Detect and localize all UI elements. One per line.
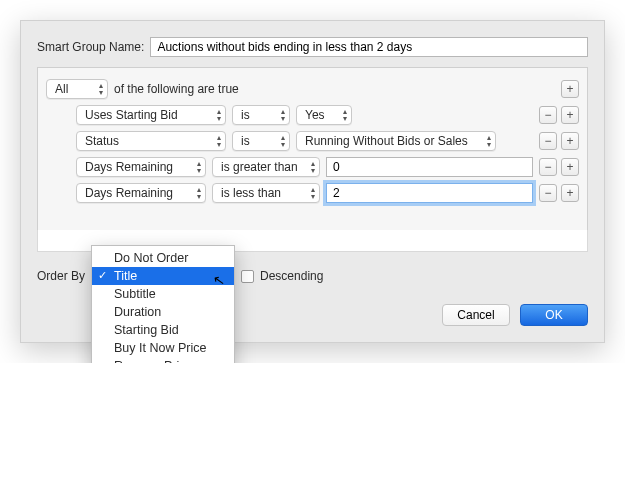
rule-op-select[interactable]: is less than▴▾: [212, 183, 320, 203]
descending-checkbox[interactable]: [241, 270, 254, 283]
chevron-updown-icon: ▴▾: [217, 108, 221, 122]
rule-row: Status▴▾is▴▾Running Without Bids or Sale…: [76, 128, 579, 154]
chevron-updown-icon: ▴▾: [281, 108, 285, 122]
order-option[interactable]: Do Not Order: [92, 249, 234, 267]
add-rule-button[interactable]: +: [561, 106, 579, 124]
smart-group-dialog: Smart Group Name: All ▴▾ of the followin…: [20, 20, 605, 343]
rule-op-select[interactable]: is greater than▴▾: [212, 157, 320, 177]
chevron-updown-icon: ▴▾: [311, 186, 315, 200]
chevron-updown-icon: ▴▾: [281, 134, 285, 148]
add-rule-button[interactable]: +: [561, 158, 579, 176]
add-rule-button[interactable]: +: [561, 132, 579, 150]
rule-field-select[interactable]: Days Remaining▴▾: [76, 157, 206, 177]
remove-rule-button[interactable]: −: [539, 184, 557, 202]
rule-row: Days Remaining▴▾is greater than▴▾−+: [76, 154, 579, 180]
order-option[interactable]: Reserve Price: [92, 357, 234, 363]
cursor-icon: ↖: [212, 271, 227, 289]
callout-text: Sort Order: [311, 361, 381, 363]
chevron-updown-icon: ▴▾: [311, 160, 315, 174]
rule-value-select[interactable]: Yes▴▾: [296, 105, 352, 125]
ok-button[interactable]: OK: [520, 304, 588, 326]
match-row: All ▴▾ of the following are true +: [46, 76, 579, 102]
name-label: Smart Group Name:: [37, 40, 144, 54]
order-by-dropdown[interactable]: Do Not OrderTitleSubtitleDurationStartin…: [91, 245, 235, 363]
rule-op-select[interactable]: is▴▾: [232, 131, 290, 151]
order-option[interactable]: Starting Bid: [92, 321, 234, 339]
add-rule-button[interactable]: +: [561, 184, 579, 202]
rule-field-select[interactable]: Days Remaining▴▾: [76, 183, 206, 203]
chevron-updown-icon: ▴▾: [217, 134, 221, 148]
rule-row: Days Remaining▴▾is less than▴▾−+: [76, 180, 579, 206]
rule-row: Uses Starting Bid▴▾is▴▾Yes▴▾−+: [76, 102, 579, 128]
sort-order-callout: Sort Order: [265, 361, 381, 363]
match-select[interactable]: All ▴▾: [46, 79, 108, 99]
chevron-updown-icon: ▴▾: [487, 134, 491, 148]
order-option[interactable]: Subtitle: [92, 285, 234, 303]
name-input[interactable]: [150, 37, 588, 57]
match-suffix: of the following are true: [114, 82, 239, 96]
name-row: Smart Group Name:: [37, 37, 588, 57]
descending-label: Descending: [260, 269, 323, 283]
rule-value-input[interactable]: [326, 183, 533, 203]
remove-rule-button[interactable]: −: [539, 106, 557, 124]
order-by-label: Order By: [37, 269, 85, 283]
rule-value-select[interactable]: Running Without Bids or Sales▴▾: [296, 131, 496, 151]
remove-rule-button[interactable]: −: [539, 158, 557, 176]
order-by-select[interactable]: Do Not OrderTitleSubtitleDurationStartin…: [91, 266, 235, 286]
rules-box: All ▴▾ of the following are true + Uses …: [37, 67, 588, 231]
chevron-updown-icon: ▴▾: [197, 160, 201, 174]
order-option[interactable]: Duration: [92, 303, 234, 321]
rule-field-select[interactable]: Status▴▾: [76, 131, 226, 151]
chevron-updown-icon: ▴▾: [197, 186, 201, 200]
order-option[interactable]: Buy It Now Price: [92, 339, 234, 357]
add-rule-button[interactable]: +: [561, 80, 579, 98]
rule-op-select[interactable]: is▴▾: [232, 105, 290, 125]
order-row: Order By Do Not OrderTitleSubtitleDurati…: [37, 266, 588, 286]
rule-field-select[interactable]: Uses Starting Bid▴▾: [76, 105, 226, 125]
chevron-updown-icon: ▴▾: [343, 108, 347, 122]
cancel-button[interactable]: Cancel: [442, 304, 510, 326]
rule-value-input[interactable]: [326, 157, 533, 177]
chevron-updown-icon: ▴▾: [99, 82, 103, 96]
remove-rule-button[interactable]: −: [539, 132, 557, 150]
